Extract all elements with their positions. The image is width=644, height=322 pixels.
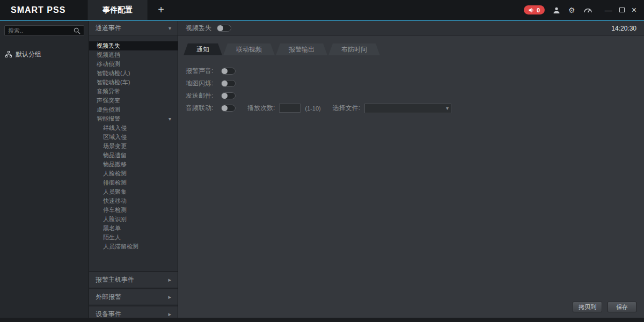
event-item-label: 智能动检(车)	[97, 78, 130, 87]
chevron-down-icon: ▾	[169, 114, 171, 123]
event-item[interactable]: 智能报警▾	[89, 114, 178, 123]
copy-to-button[interactable]: 拷贝到	[573, 302, 602, 312]
default-group-label: 默认分组	[16, 50, 41, 59]
tab-inactive[interactable]: 联动视频	[223, 43, 275, 55]
send-email-toggle[interactable]	[221, 92, 236, 99]
settings-button[interactable]: ⚙	[568, 6, 575, 14]
event-item[interactable]: 声强突变	[89, 96, 178, 105]
chevron-down-icon: ▾	[169, 25, 171, 31]
event-item[interactable]: 虚焦侦测	[89, 105, 178, 114]
gauge-icon	[583, 6, 592, 13]
save-button[interactable]: 保存	[608, 302, 636, 312]
maximize-button[interactable]	[619, 8, 625, 12]
event-item[interactable]: 视频丢失	[89, 41, 178, 50]
event-item[interactable]: 视频遮挡	[89, 50, 178, 60]
tab-inactive[interactable]: 布防时间	[328, 43, 380, 55]
selected-event-label: 视频丢失	[186, 24, 211, 33]
event-item-label: 视频遮挡	[97, 50, 120, 60]
chevron-right-icon: ▸	[168, 294, 171, 301]
sidebar-item-default-group[interactable]: 默认分组	[0, 49, 89, 60]
gear-icon: ⚙	[568, 6, 575, 14]
event-item[interactable]: 人员聚集	[89, 187, 178, 196]
event-item[interactable]: 物品遗留	[89, 151, 178, 160]
minimize-button[interactable]: —	[605, 6, 612, 14]
event-item[interactable]: 场景变更	[89, 142, 178, 151]
event-section[interactable]: 报警主机事件▸	[89, 271, 178, 287]
event-item-label: 区域入侵	[103, 133, 127, 142]
event-item[interactable]: 智能动检(车)	[89, 78, 178, 87]
search-box	[4, 25, 84, 36]
event-item[interactable]: 音频异常	[89, 87, 178, 96]
select-file-dropdown[interactable]: ▾	[364, 104, 451, 113]
event-item[interactable]: 智能动检(人)	[89, 69, 178, 78]
toggle-knob	[222, 68, 228, 74]
map-flash-label: 地图闪烁:	[186, 79, 217, 88]
event-item-label: 徘徊检测	[103, 178, 127, 187]
toggle-knob	[222, 93, 228, 99]
event-section[interactable]: 设备事件▸	[89, 305, 178, 318]
tab-event-config[interactable]: 事件配置	[87, 0, 148, 20]
chevron-right-icon: ▸	[168, 311, 171, 318]
event-item[interactable]: 物品搬移	[89, 160, 178, 169]
event-item-label: 黑名单	[103, 224, 121, 233]
tab-event-config-label: 事件配置	[103, 5, 133, 15]
toggle-knob	[217, 25, 223, 31]
event-item-label: 人员聚集	[103, 187, 127, 196]
event-item[interactable]: 快速移动	[89, 196, 178, 206]
event-item[interactable]: 人脸识别	[89, 215, 178, 224]
new-tab-button[interactable]: +	[148, 0, 174, 20]
map-flash-toggle[interactable]	[221, 80, 236, 87]
event-item-label: 移动侦测	[97, 60, 120, 69]
search-input[interactable]	[5, 27, 74, 34]
event-item[interactable]: 绊线入侵	[89, 123, 178, 133]
play-count-input[interactable]	[279, 104, 301, 113]
play-count-hint: (1-10)	[305, 105, 320, 112]
event-item-label: 音频异常	[97, 87, 120, 96]
footer-buttons: 拷贝到 保存	[573, 302, 636, 312]
event-item-label: 场景变更	[103, 142, 127, 151]
send-email-label: 发送邮件:	[186, 91, 217, 100]
channel-events-dropdown[interactable]: 通道事件 ▾	[89, 21, 178, 36]
event-item[interactable]: 区域入侵	[89, 133, 178, 142]
bottom-bar	[0, 318, 644, 322]
search-icon[interactable]	[74, 27, 80, 34]
main-panel: 视频丢失 14:20:30 通知联动视频报警输出布防时间 报警声音: 地图闪烁:…	[178, 21, 644, 318]
alarm-notification-badge[interactable]: 0	[524, 5, 545, 14]
event-item[interactable]: 徘徊检测	[89, 178, 178, 187]
tab-inactive[interactable]: 报警输出	[276, 43, 327, 55]
play-count-label: 播放次数:	[247, 104, 275, 113]
event-item-label: 快速移动	[103, 196, 127, 206]
smart-pss-window: SMART PSS 事件配置 + 0 ⚙ — ×	[0, 0, 644, 322]
audio-link-toggle[interactable]	[221, 105, 236, 112]
titlebar: SMART PSS 事件配置 + 0 ⚙ — ×	[0, 0, 644, 20]
event-item-label: 人员滞留检测	[103, 242, 138, 251]
event-item[interactable]: 黑名单	[89, 224, 178, 233]
audio-link-row: 音频联动: 播放次数: (1-10) 选择文件: ▾	[186, 102, 644, 114]
event-item[interactable]: 停车检测	[89, 206, 178, 215]
performance-button[interactable]	[583, 6, 592, 13]
toggle-knob	[222, 80, 228, 86]
event-item-label: 陌生人	[103, 233, 121, 242]
tab-bar: 通知联动视频报警输出布防时间	[184, 43, 644, 55]
toggle-knob	[222, 105, 228, 111]
event-item-label: 智能报警	[97, 114, 120, 123]
chevron-right-icon: ▸	[168, 276, 171, 283]
event-section-label: 外部报警	[96, 292, 121, 302]
event-item-label: 物品遗留	[103, 151, 127, 160]
alarm-sound-row: 报警声音:	[186, 65, 644, 77]
event-item[interactable]: 人脸检测	[89, 169, 178, 178]
alarm-sound-toggle[interactable]	[221, 68, 236, 75]
user-button[interactable]	[553, 6, 560, 14]
event-enable-toggle[interactable]	[217, 25, 231, 32]
close-button[interactable]: ×	[632, 6, 636, 14]
titlebar-right: 0 ⚙ — ×	[524, 5, 644, 14]
event-item[interactable]: 人员滞留检测	[89, 242, 178, 251]
event-item[interactable]: 移动侦测	[89, 60, 178, 69]
event-section[interactable]: 外部报警▸	[89, 288, 178, 304]
event-section-label: 设备事件	[96, 310, 121, 318]
body: 默认分组 通道事件 ▾ 视频丢失视频遮挡移动侦测智能动检(人)智能动检(车)音频…	[0, 21, 644, 318]
tab-active[interactable]: 通知	[184, 43, 222, 55]
window-controls: — ×	[605, 6, 636, 14]
event-item[interactable]: 陌生人	[89, 233, 178, 242]
device-sidebar: 默认分组	[0, 21, 89, 318]
